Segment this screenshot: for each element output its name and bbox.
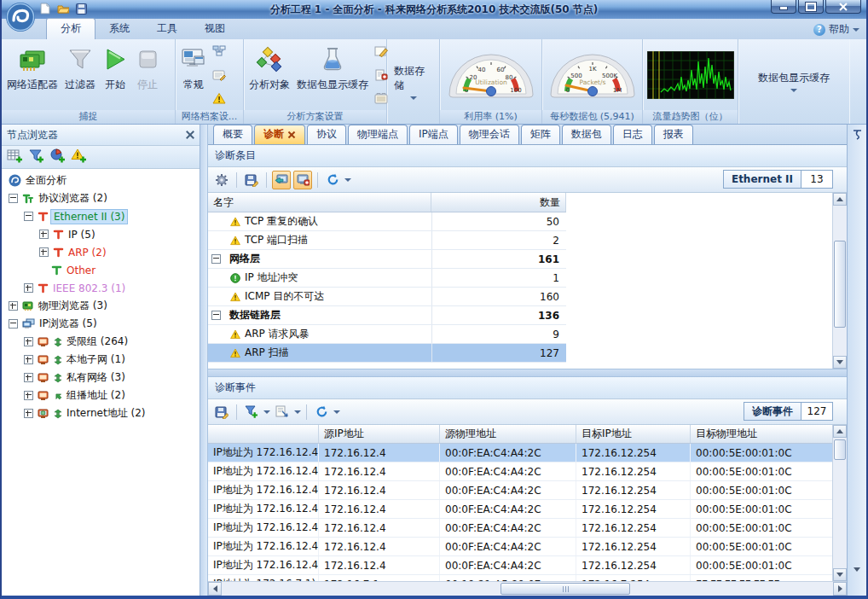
alarm-warning-icon[interactable] <box>212 92 226 107</box>
sidebar-splitter[interactable] <box>200 125 208 596</box>
column-header-src-mac[interactable]: 源物理地址 <box>440 425 576 443</box>
column-header-dst-ip[interactable]: 目标IP地址 <box>576 425 691 443</box>
expand-icon[interactable] <box>24 337 33 346</box>
collapse-icon[interactable] <box>211 254 221 264</box>
packet-buffer-dropdown[interactable]: 数据包显示缓存 <box>738 39 849 124</box>
column-header-src-ip[interactable]: 源IP地址 <box>319 425 440 443</box>
minimize-button[interactable] <box>771 0 796 14</box>
scroll-thumb[interactable] <box>834 439 846 460</box>
diagnosis-settings-button[interactable] <box>212 171 231 189</box>
diagnosis-row[interactable]: ARP 请求风暴 9 <box>208 325 566 344</box>
events-refresh-button[interactable] <box>312 403 331 422</box>
tab-summary[interactable]: 概要 <box>213 125 252 144</box>
scroll-down-button[interactable] <box>833 568 847 581</box>
add-to-node-button[interactable] <box>293 171 312 189</box>
collapsed-side-strip[interactable] <box>847 125 866 596</box>
tree-item-ip[interactable]: IP (5) <box>2 225 200 243</box>
expand-icon[interactable] <box>39 230 49 239</box>
add-scheme-icon[interactable] <box>374 69 388 84</box>
collapse-icon[interactable] <box>211 311 221 320</box>
general-settings-button[interactable]: 常规 <box>177 42 210 110</box>
refresh-button[interactable] <box>323 171 342 189</box>
help-button[interactable]: ? 帮助 <box>813 22 859 37</box>
tab-physical-endpoint[interactable]: 物理端点 <box>348 125 408 144</box>
tab-packet[interactable]: 数据包 <box>562 125 611 144</box>
event-row[interactable]: IP地址为 172.16.12.4) 172.16.12.4 00:0F:EA:… <box>208 538 833 556</box>
event-row[interactable]: IP地址为 172.16.7.1) 172.16.7.1 00:19:21:A5… <box>208 575 833 581</box>
restore-button[interactable] <box>798 0 824 14</box>
tree-item-restricted-group[interactable]: 受限组 (264) <box>2 333 200 351</box>
ribbon-tab-view[interactable]: 视图 <box>191 19 239 39</box>
save-icon[interactable] <box>75 3 87 15</box>
collapse-icon[interactable] <box>24 212 33 221</box>
tree-item-physical-explorer[interactable]: 物理浏览器 (3) <box>2 297 200 315</box>
expand-icon[interactable] <box>39 247 49 257</box>
event-row[interactable]: IP地址为 172.16.12.4) 172.16.12.4 00:0F:EA:… <box>208 556 833 575</box>
locate-caret-icon[interactable] <box>294 410 301 414</box>
scroll-thumb[interactable] <box>501 583 630 595</box>
events-horizontal-scrollbar[interactable] <box>208 581 847 596</box>
expand-icon[interactable] <box>24 391 33 400</box>
column-header-event[interactable] <box>208 425 319 443</box>
locate-in-explorer-button[interactable] <box>272 171 291 189</box>
diagnosis-row[interactable]: ICMP 目的不可达 160 <box>208 288 566 306</box>
new-document-icon[interactable] <box>39 3 51 15</box>
stop-button[interactable]: 停止 <box>131 42 164 110</box>
network-adapter-button[interactable]: 网络适配器 <box>3 42 61 110</box>
refresh-caret-icon[interactable] <box>344 178 351 182</box>
event-row[interactable]: IP地址为 172.16.12.4) 172.16.12.4 00:0F:EA:… <box>208 500 833 519</box>
scroll-down-button[interactable] <box>833 356 847 369</box>
export-save-button[interactable] <box>242 171 261 189</box>
events-filter-button[interactable] <box>242 403 261 422</box>
scroll-right-button[interactable] <box>833 582 847 596</box>
profile-card-icon[interactable] <box>212 69 226 84</box>
app-logo[interactable] <box>4 1 37 36</box>
collapse-icon[interactable] <box>9 194 18 203</box>
data-storage-dropdown[interactable]: 数据存储 <box>387 39 440 124</box>
events-locate-button[interactable] <box>273 403 292 422</box>
start-button[interactable]: 开始 <box>99 42 131 110</box>
ribbon-tab-analysis[interactable]: 分析 <box>46 18 95 39</box>
ribbon-tab-tools[interactable]: 工具 <box>143 19 191 39</box>
event-row[interactable]: IP地址为 172.16.12.4) 172.16.12.4 00:0F:EA:… <box>208 462 833 481</box>
expand-icon[interactable] <box>9 301 18 311</box>
event-row[interactable]: IP地址为 172.16.12.4) 172.16.12.4 00:0F:EA:… <box>208 519 833 538</box>
tab-close-icon[interactable] <box>288 131 296 138</box>
column-header-name[interactable]: 名字 <box>208 193 431 212</box>
filter-button[interactable]: 过滤器 <box>61 42 99 110</box>
close-button[interactable] <box>825 0 861 14</box>
diagnosis-row-selected[interactable]: ARP 扫描 127 <box>208 344 566 363</box>
collapse-icon[interactable] <box>9 319 18 329</box>
add-alarm-icon[interactable] <box>71 148 87 166</box>
tree-item-protocol-explorer[interactable]: 协议浏览器 (2) <box>2 189 200 207</box>
panel-splitter[interactable] <box>208 369 847 377</box>
events-vertical-scrollbar[interactable] <box>832 425 847 581</box>
packet-buffer-button[interactable]: 数据包显示缓存 <box>293 42 372 110</box>
diagnosis-group-row[interactable]: 数据链路层 136 <box>208 306 566 325</box>
event-row[interactable]: IP地址为 172.16.12.4) 172.16.12.4 00:0F:EA:… <box>208 481 833 500</box>
scroll-up-button[interactable] <box>833 193 847 206</box>
tab-physical-conversation[interactable]: 物理会话 <box>460 125 519 144</box>
tree-item-full-analysis[interactable]: 全面分析 <box>2 172 200 189</box>
strip-scroll-down-icon[interactable] <box>854 567 860 572</box>
diagnosis-vertical-scrollbar[interactable] <box>832 193 847 369</box>
open-folder-icon[interactable] <box>57 3 69 15</box>
tab-report[interactable]: 报表 <box>654 125 693 144</box>
tab-protocol[interactable]: 协议 <box>307 125 346 144</box>
column-header-dst-mac[interactable]: 目标物理地址 <box>691 425 833 443</box>
expand-icon[interactable] <box>24 373 33 382</box>
ribbon-tab-system[interactable]: 系统 <box>95 19 143 39</box>
tree-item-ethernet2[interactable]: Ethernet II (3) <box>2 207 200 225</box>
tree-item-arp[interactable]: ARP (2) <box>2 243 200 261</box>
scroll-left-button[interactable] <box>208 582 222 596</box>
expand-icon[interactable] <box>24 283 33 293</box>
filter-caret-icon[interactable] <box>263 410 270 414</box>
diagnosis-row[interactable]: TCP 重复的确认 50 <box>208 212 566 231</box>
add-filter-icon[interactable] <box>28 148 44 166</box>
diagnosis-group-row[interactable]: 网络层 161 <box>208 250 566 269</box>
tree-item-private-network[interactable]: 私有网络 (3) <box>2 369 200 387</box>
tree-item-multicast[interactable]: 组播地址 (2) <box>2 387 200 404</box>
tree-item-internet-address[interactable]: Internet地址 (2) <box>2 404 200 422</box>
tab-matrix[interactable]: 矩阵 <box>521 125 560 144</box>
expand-icon[interactable] <box>24 355 33 364</box>
